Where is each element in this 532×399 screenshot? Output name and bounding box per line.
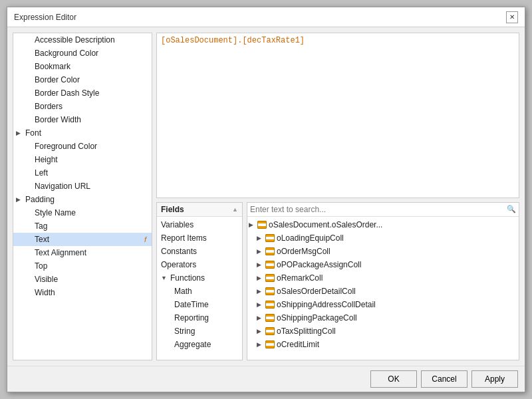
tree-label: oCreditLimit xyxy=(277,340,319,349)
tree-expand-arrow: ▶ xyxy=(257,288,263,295)
tree-node-icon xyxy=(265,301,275,309)
dialog-body: Accessible DescriptionBackground ColorBo… xyxy=(7,27,525,366)
left-panel-item-style-name[interactable]: Style Name xyxy=(13,206,152,219)
left-panel-item-borders[interactable]: Borders xyxy=(13,100,152,113)
tree-node-icon xyxy=(265,287,275,295)
left-panel-item-border-color[interactable]: Border Color xyxy=(13,73,152,86)
tree-node-icon xyxy=(265,314,275,322)
left-panel-item-foreground-color[interactable]: Foreground Color xyxy=(13,140,152,153)
left-panel-item-accessible-description[interactable]: Accessible Description xyxy=(13,33,152,47)
expression-text: [oSalesDocument].[decTaxRate1] xyxy=(161,36,305,45)
tree-item-oloadingequipcoll[interactable]: ▶oLoadingEquipColl xyxy=(247,231,519,245)
close-button[interactable]: ✕ xyxy=(506,11,518,23)
left-panel-item-font[interactable]: ▶Font xyxy=(13,126,152,140)
tree-label: oShippingPackageColl xyxy=(277,313,357,323)
item-label: Font xyxy=(25,128,146,138)
field-label: String xyxy=(174,327,195,336)
left-properties-panel: Accessible DescriptionBackground ColorBo… xyxy=(13,33,152,360)
item-label: Foreground Color xyxy=(35,142,146,151)
item-label: Background Color xyxy=(35,49,146,58)
field-label: Operators xyxy=(161,260,196,269)
left-panel-item-border-dash-style[interactable]: Border Dash Style xyxy=(13,86,152,100)
dialog-title: Expression Editor xyxy=(14,13,76,22)
item-label: Height xyxy=(35,155,146,164)
fields-panel: Fields ▲ VariablesReport ItemsConstantsO… xyxy=(156,202,243,361)
item-label: Left xyxy=(35,168,146,178)
item-label: Top xyxy=(35,261,146,271)
item-label: Borders xyxy=(35,102,146,111)
left-panel-item-navigation-url[interactable]: Navigation URL xyxy=(13,180,152,193)
tree-node-icon xyxy=(265,327,275,335)
expand-arrow: ▼ xyxy=(161,275,168,281)
left-panel-item-left[interactable]: Left xyxy=(13,166,152,180)
left-panel-item-top[interactable]: Top xyxy=(13,259,152,273)
tree-item-opopackageassigncoll[interactable]: ▶oPOPackageAssignColl xyxy=(247,258,519,271)
item-label: Border Width xyxy=(35,115,146,124)
left-panel-item-visible[interactable]: Visible xyxy=(13,273,152,286)
scroll-indicator: ▲ xyxy=(232,206,238,213)
left-panel-item-width[interactable]: Width xyxy=(13,286,152,299)
field-label: Constants xyxy=(161,247,197,256)
tree-label: oPOPackageAssignColl xyxy=(277,260,361,269)
field-item-report-items[interactable]: Report Items xyxy=(157,231,242,245)
field-item-reporting[interactable]: Reporting xyxy=(157,311,242,325)
item-f-badge: f xyxy=(144,235,146,243)
field-label: Functions xyxy=(170,273,205,283)
left-panel-item-height[interactable]: Height xyxy=(13,153,152,166)
field-item-variables[interactable]: Variables xyxy=(157,218,242,231)
field-label: Variables xyxy=(161,220,194,229)
dialog-footer: OK Cancel Apply xyxy=(7,366,525,392)
tree-node-icon xyxy=(265,234,275,242)
field-item-aggregate[interactable]: Aggregate xyxy=(157,338,242,351)
tree-expand-arrow: ▶ xyxy=(257,341,263,348)
field-label: DateTime xyxy=(174,300,209,309)
tree-label: oSalesDocument.oSalesOrder... xyxy=(269,220,382,229)
expression-editor-dialog: Expression Editor ✕ Accessible Descripti… xyxy=(7,7,525,392)
tree-item-oshippingaddresscolldetail[interactable]: ▶oShippingAddressCollDetail xyxy=(247,298,519,311)
left-panel-item-border-width[interactable]: Border Width xyxy=(13,113,152,126)
tree-label: oSalesOrderDetailColl xyxy=(277,287,356,296)
tree-node-icon xyxy=(257,221,267,229)
tree-item-otaxsplittingcoll[interactable]: ▶oTaxSplittingColl xyxy=(247,325,519,338)
item-label: Text xyxy=(35,235,142,244)
field-label: Math xyxy=(174,287,192,296)
search-input[interactable] xyxy=(250,205,505,214)
field-item-math[interactable]: Math xyxy=(157,285,242,298)
field-item-operators[interactable]: Operators xyxy=(157,258,242,271)
right-area: [oSalesDocument].[decTaxRate1] Fields ▲ … xyxy=(156,33,519,360)
expression-editor-area[interactable]: [oSalesDocument].[decTaxRate1] xyxy=(156,33,519,198)
left-panel-item-padding[interactable]: ▶Padding xyxy=(13,193,152,206)
left-panel-item-background-color[interactable]: Background Color xyxy=(13,47,152,60)
item-label: Bookmark xyxy=(35,62,146,71)
field-item-constants[interactable]: Constants xyxy=(157,245,242,258)
search-icon: 🔍 xyxy=(507,205,516,213)
item-label: Navigation URL xyxy=(35,182,146,191)
tree-item-oordermsgcoll[interactable]: ▶oOrderMsgColl xyxy=(247,245,519,258)
left-panel-item-text-alignment[interactable]: Text Alignment xyxy=(13,246,152,259)
item-label: Accessible Description xyxy=(35,35,146,45)
tree-item-osalesdocument-osalesorder---[interactable]: ▶oSalesDocument.oSalesOrder... xyxy=(247,218,519,231)
tree-expand-arrow: ▶ xyxy=(249,221,255,228)
left-panel-item-tag[interactable]: Tag xyxy=(13,219,152,233)
tree-item-osalesorderdetailcoll[interactable]: ▶oSalesOrderDetailColl xyxy=(247,285,519,298)
tree-node-icon xyxy=(265,261,275,269)
field-item-datetime[interactable]: DateTime xyxy=(157,298,242,311)
cancel-button[interactable]: Cancel xyxy=(421,370,467,388)
tree-item-oshippingpackagecoll[interactable]: ▶oShippingPackageColl xyxy=(247,311,519,325)
item-label: Padding xyxy=(25,195,146,204)
ok-button[interactable]: OK xyxy=(370,370,417,388)
tree-item-oremarkcoll[interactable]: ▶oRemarkColl xyxy=(247,271,519,285)
field-item-functions[interactable]: ▼Functions xyxy=(157,271,242,285)
search-bar: 🔍 xyxy=(247,203,519,217)
tree-expand-arrow: ▶ xyxy=(257,328,263,334)
field-item-string[interactable]: String xyxy=(157,325,242,338)
left-panel-item-bookmark[interactable]: Bookmark xyxy=(13,60,152,73)
item-label: Tag xyxy=(35,221,146,231)
item-label: Border Dash Style xyxy=(35,88,146,98)
tree-item-ocreditlimit[interactable]: ▶oCreditLimit xyxy=(247,338,519,351)
item-label: Width xyxy=(35,288,146,297)
tree-expand-arrow: ▶ xyxy=(257,261,263,268)
tree-expand-arrow: ▶ xyxy=(257,315,263,321)
apply-button[interactable]: Apply xyxy=(471,370,518,388)
left-panel-item-text[interactable]: Textf xyxy=(13,233,152,246)
